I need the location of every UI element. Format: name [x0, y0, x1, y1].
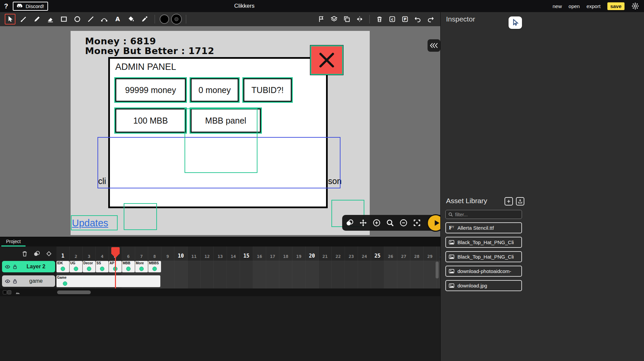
grid-column-27[interactable]	[397, 261, 410, 288]
discord-button[interactable]: Discord!	[13, 2, 48, 11]
admin-button-row2-1[interactable]: 100 MBB	[115, 108, 186, 133]
keyframe-dot[interactable]	[139, 267, 144, 271]
ruler-frame-10[interactable]: 10	[174, 246, 188, 261]
cursor-tool-button[interactable]	[5, 14, 15, 25]
line-tool-button[interactable]	[85, 14, 96, 25]
asset-item-3[interactable]: Black_Top_Hat_PNG_Cli	[445, 251, 522, 262]
frame-decor[interactable]: Decor	[83, 261, 95, 272]
grid-column-19[interactable]	[292, 261, 306, 288]
ruler-frame-22[interactable]: 22	[332, 246, 345, 261]
ruler-frame-17[interactable]: 17	[266, 246, 279, 261]
ruler-frame-4[interactable]: 4	[96, 246, 109, 261]
ellipse-tool-button[interactable]	[72, 14, 83, 25]
frame-mbb[interactable]: MBB	[122, 261, 135, 272]
flip-horizontal-button[interactable]	[355, 14, 365, 24]
ruler-frame-18[interactable]: 18	[279, 246, 292, 261]
ruler-frame-6[interactable]: 6	[122, 246, 135, 261]
tab-project[interactable]: Project	[1, 237, 26, 246]
layer-lock-icon[interactable]	[12, 278, 18, 284]
inspector-current-tool-button[interactable]	[509, 16, 522, 29]
pan-button[interactable]	[359, 219, 367, 227]
grid-column-29[interactable]	[424, 261, 437, 288]
grid-column-14[interactable]	[227, 261, 240, 288]
keyframe-dot[interactable]	[61, 267, 65, 271]
grid-column-21[interactable]	[319, 261, 332, 288]
canvas-area[interactable]: Money : 6819 Money But Better : 1712 cli…	[0, 26, 440, 237]
grid-column-18[interactable]	[279, 261, 292, 288]
menu-export[interactable]: export	[587, 3, 601, 9]
ruler-frame-15[interactable]: 15	[240, 246, 253, 261]
updates-selection-rect[interactable]	[71, 215, 118, 230]
grid-column-11[interactable]	[188, 261, 201, 288]
ruler-frame-21[interactable]: 21	[319, 246, 332, 261]
ruler-frame-26[interactable]: 26	[384, 246, 397, 261]
grid-column-12[interactable]	[201, 261, 214, 288]
brush-tool-button[interactable]	[18, 14, 29, 25]
zoom-out-button[interactable]	[399, 219, 408, 227]
admin-button-1[interactable]: 99999 money	[115, 78, 186, 102]
grid-column-23[interactable]	[345, 261, 358, 288]
admin-button-2[interactable]: 0 money	[191, 78, 239, 102]
eraser-tool-button[interactable]	[45, 14, 56, 25]
path-cursor-tool-button[interactable]	[99, 14, 110, 25]
copy-button[interactable]: c	[387, 14, 397, 24]
ruler-frame-30[interactable]: 30	[437, 246, 440, 261]
grid-column-10[interactable]	[174, 261, 188, 288]
undo-button[interactable]	[413, 14, 423, 24]
admin-close-button[interactable]	[310, 45, 343, 75]
timeline-vertical-scrollbar[interactable]	[436, 262, 439, 278]
ruler-frame-7[interactable]: 7	[135, 246, 148, 261]
duplicate-button[interactable]	[342, 14, 352, 24]
keyframe-dot[interactable]	[153, 267, 157, 271]
mbb-panel-selection-rect[interactable]	[185, 108, 257, 173]
help-button[interactable]: ?	[4, 2, 8, 10]
grid-column-13[interactable]	[214, 261, 227, 288]
frame-more[interactable]: More	[135, 261, 148, 272]
frame-idk[interactable]: IDK	[56, 261, 69, 272]
layers-button[interactable]	[329, 14, 339, 24]
layer-lock-icon[interactable]	[12, 264, 18, 270]
stroke-color-swatch[interactable]	[172, 14, 181, 24]
grid-column-17[interactable]	[266, 261, 279, 288]
onion-skin-range-icon[interactable]	[3, 290, 11, 295]
onion-skin-button[interactable]	[33, 250, 40, 257]
grid-column-28[interactable]	[410, 261, 424, 288]
layer-button-game[interactable]: game	[2, 275, 55, 287]
artboard-button[interactable]	[316, 14, 326, 24]
grid-column-24[interactable]	[358, 261, 371, 288]
keyframe-dot[interactable]	[87, 267, 91, 271]
ruler-frame-29[interactable]: 29	[424, 246, 437, 261]
layer-visibility-eye-icon[interactable]	[5, 264, 10, 270]
ruler-frame-19[interactable]: 19	[292, 246, 306, 261]
delete-frame-button[interactable]	[21, 250, 28, 257]
rectangle-tool-button[interactable]	[58, 14, 69, 25]
layer-button-layer-2[interactable]: Layer 2	[2, 261, 55, 272]
grid-column-16[interactable]	[253, 261, 266, 288]
frame-ug[interactable]: UG	[70, 261, 82, 272]
zoom-in-button[interactable]	[372, 219, 381, 227]
ruler-frame-16[interactable]: 16	[253, 246, 266, 261]
grid-column-9[interactable]	[161, 261, 174, 288]
admin-button-3[interactable]: TUBID?!	[243, 78, 292, 102]
paste-button[interactable]: P	[400, 14, 410, 24]
game-frame[interactable]: Game	[56, 275, 160, 287]
keyframe-dot[interactable]	[100, 267, 105, 271]
pencil-tool-button[interactable]	[32, 14, 42, 25]
menu-new[interactable]: new	[553, 3, 562, 9]
ruler-frame-27[interactable]: 27	[397, 246, 410, 261]
ruler-frame-20[interactable]: 20	[306, 246, 319, 261]
ruler-frame-12[interactable]: 12	[201, 246, 214, 261]
keyframe-dot[interactable]	[126, 267, 131, 271]
ruler-frame-3[interactable]: 3	[83, 246, 96, 261]
asset-filter-input[interactable]	[455, 212, 519, 217]
ruler-frame-2[interactable]: 2	[70, 246, 83, 261]
ruler-frame-14[interactable]: 14	[227, 246, 240, 261]
keyframe-dot[interactable]	[74, 267, 78, 271]
text-tool-button[interactable]: A	[112, 14, 123, 25]
timeline-horizontal-scrollbar[interactable]	[57, 290, 91, 294]
ruler-frame-24[interactable]: 24	[358, 246, 371, 261]
grid-column-15[interactable]	[240, 261, 253, 288]
ruler-frame-11[interactable]: 11	[188, 246, 201, 261]
fit-screen-button[interactable]	[413, 219, 421, 227]
ruler-frame-13[interactable]: 13	[214, 246, 227, 261]
